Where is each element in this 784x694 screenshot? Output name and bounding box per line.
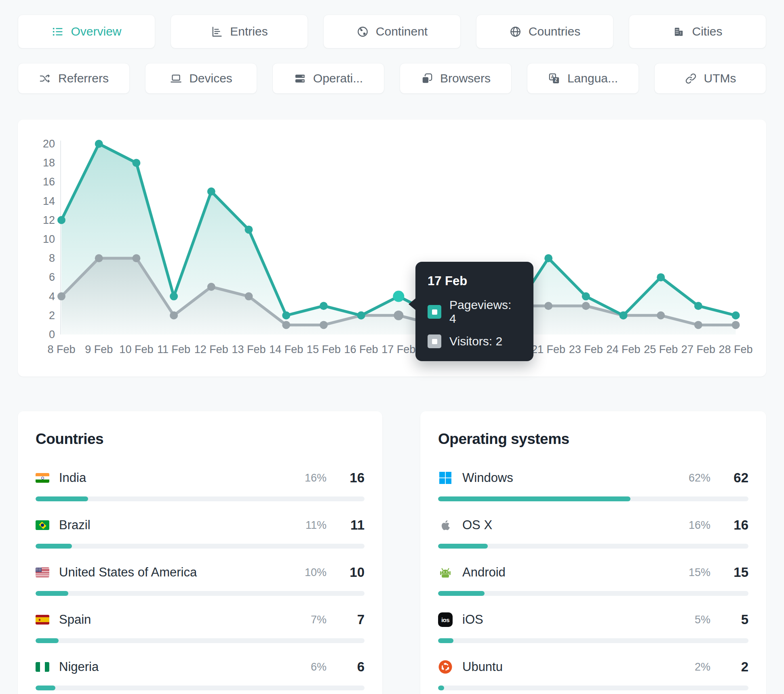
pageviews-point[interactable] bbox=[657, 273, 665, 281]
pageviews-point-highlighted[interactable] bbox=[393, 291, 404, 302]
tab-overview[interactable]: Overview bbox=[18, 15, 155, 48]
tooltip-metric: Pageviews: 4 bbox=[449, 298, 521, 326]
row-name: Android bbox=[462, 565, 506, 580]
pageviews-point[interactable] bbox=[694, 302, 702, 310]
x-tick-label: 15 Feb bbox=[307, 343, 341, 355]
tab-label: Operati... bbox=[313, 72, 363, 85]
progress-fill bbox=[36, 496, 88, 501]
tab-entries[interactable]: Entries bbox=[171, 15, 308, 48]
series-swatch-icon bbox=[428, 334, 441, 348]
row-count: 15 bbox=[727, 565, 748, 580]
visitors-point[interactable] bbox=[245, 292, 253, 301]
row-count: 16 bbox=[344, 470, 365, 486]
usa-flag bbox=[36, 568, 49, 577]
breakdown-row: Brazil11%11 bbox=[36, 517, 365, 549]
panel-title: Countries bbox=[36, 431, 365, 448]
visitors-point[interactable] bbox=[170, 311, 178, 320]
progress-track bbox=[36, 591, 365, 596]
progress-track bbox=[36, 638, 365, 643]
progress-fill bbox=[438, 591, 485, 596]
tab-browsers[interactable]: Browsers bbox=[400, 63, 512, 94]
tab-langua[interactable]: AZLangua... bbox=[527, 63, 639, 94]
apple-icon bbox=[438, 518, 453, 532]
tab-label: Cities bbox=[692, 25, 722, 38]
x-tick-label: 8 Feb bbox=[47, 343, 75, 355]
x-tick-label: 14 Feb bbox=[269, 343, 303, 355]
visitors-point[interactable] bbox=[207, 283, 215, 291]
cities-buildings-icon bbox=[672, 25, 685, 38]
x-tick-label: 23 Feb bbox=[569, 343, 603, 355]
countries-panel: Countries India16%16Brazil11%11United St… bbox=[18, 411, 382, 694]
row-name: iOS bbox=[462, 612, 483, 627]
pageviews-point[interactable] bbox=[320, 302, 328, 310]
visitors-point[interactable] bbox=[57, 292, 65, 301]
x-tick-label: 12 Feb bbox=[194, 343, 228, 355]
pageviews-point[interactable] bbox=[132, 159, 140, 167]
panel-title: Operating systems bbox=[438, 431, 748, 448]
tab-label: UTMs bbox=[704, 72, 736, 85]
pageviews-point[interactable] bbox=[245, 225, 253, 233]
breakdown-row: Windows62%62 bbox=[438, 470, 748, 501]
pageviews-point[interactable] bbox=[620, 311, 628, 320]
pageviews-point[interactable] bbox=[582, 292, 590, 301]
row-name: Windows bbox=[462, 471, 513, 485]
pageviews-point[interactable] bbox=[95, 140, 103, 148]
row-count: 62 bbox=[727, 470, 748, 486]
visitors-point[interactable] bbox=[320, 321, 328, 329]
tab-devices[interactable]: Devices bbox=[145, 63, 257, 94]
pageviews-point[interactable] bbox=[57, 216, 65, 224]
visitors-point[interactable] bbox=[394, 311, 403, 320]
y-tick-label: 0 bbox=[49, 328, 55, 341]
y-tick-label: 4 bbox=[49, 290, 55, 303]
visitors-point[interactable] bbox=[544, 302, 552, 310]
tab-label: Countries bbox=[529, 25, 580, 38]
overview-list-icon bbox=[51, 25, 64, 38]
pageviews-point[interactable] bbox=[282, 311, 290, 320]
row-percent: 2% bbox=[684, 661, 710, 673]
tab-continent[interactable]: Continent bbox=[323, 15, 461, 48]
tab-utms[interactable]: UTMs bbox=[654, 63, 766, 94]
tooltip-metric: Visitors: 2 bbox=[449, 334, 502, 348]
tab-cities[interactable]: Cities bbox=[629, 15, 766, 48]
visitors-point[interactable] bbox=[657, 311, 665, 320]
pageviews-point[interactable] bbox=[544, 254, 552, 262]
progress-fill bbox=[36, 544, 72, 549]
traffic-chart-svg[interactable]: 024681012141618208 Feb9 Feb10 Feb11 Feb1… bbox=[18, 120, 766, 376]
pageviews-point[interactable] bbox=[207, 187, 215, 196]
row-count: 16 bbox=[727, 517, 748, 533]
ubuntu-icon bbox=[438, 660, 453, 674]
operating-systems-panel: Operating systems Windows62%62OS X16%16A… bbox=[420, 411, 766, 694]
pageviews-point[interactable] bbox=[732, 311, 740, 320]
visitors-point[interactable] bbox=[732, 321, 740, 329]
y-tick-label: 18 bbox=[43, 157, 55, 169]
row-count: 5 bbox=[727, 612, 748, 627]
tab-referrers[interactable]: Referrers bbox=[18, 63, 130, 94]
row-count: 10 bbox=[344, 565, 365, 580]
row-count: 11 bbox=[344, 517, 365, 533]
visitors-point[interactable] bbox=[582, 302, 590, 310]
progress-track bbox=[438, 496, 748, 501]
windows-icon bbox=[438, 471, 453, 485]
chart-tooltip: 17 Feb Pageviews: 4Visitors: 2 bbox=[415, 262, 533, 361]
nigeria-flag bbox=[36, 662, 49, 672]
progress-fill bbox=[438, 496, 630, 501]
traffic-chart-card: 024681012141618208 Feb9 Feb10 Feb11 Feb1… bbox=[18, 120, 766, 376]
visitors-point[interactable] bbox=[694, 321, 702, 329]
traffic-chart[interactable]: 024681012141618208 Feb9 Feb10 Feb11 Feb1… bbox=[18, 120, 766, 376]
progress-track bbox=[438, 544, 748, 549]
row-count: 7 bbox=[344, 612, 365, 627]
pageviews-point[interactable] bbox=[357, 311, 365, 320]
tab-operati[interactable]: Operati... bbox=[272, 63, 384, 94]
pageviews-point[interactable] bbox=[170, 292, 178, 301]
visitors-point[interactable] bbox=[132, 254, 140, 262]
progress-fill bbox=[36, 638, 59, 643]
row-count: 2 bbox=[727, 659, 748, 675]
visitors-point[interactable] bbox=[95, 254, 103, 262]
progress-fill bbox=[438, 686, 444, 690]
spain-flag bbox=[36, 615, 49, 625]
tab-countries[interactable]: Countries bbox=[476, 15, 613, 48]
breakdown-row: Spain7%7 bbox=[36, 612, 365, 643]
visitors-point[interactable] bbox=[282, 321, 290, 329]
india-flag bbox=[36, 473, 49, 483]
row-name: Brazil bbox=[59, 518, 91, 532]
